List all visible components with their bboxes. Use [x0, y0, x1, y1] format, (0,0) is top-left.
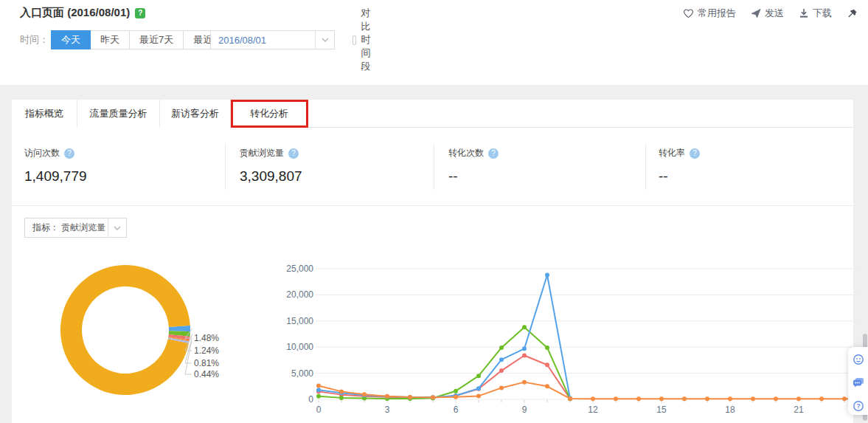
date-select[interactable]: 2016/08/01	[210, 30, 335, 49]
metric-visits-label: 访问次数	[24, 147, 60, 159]
divider	[225, 144, 226, 190]
header-actions: 常用报告 发送 下载	[683, 7, 858, 20]
send-icon	[751, 8, 761, 18]
donut-chart: 1.48%1.24%0.81%0.44%	[37, 255, 265, 421]
help-icon[interactable]: ?	[488, 148, 499, 159]
download-button[interactable]: 下载	[799, 7, 832, 20]
time-option-today[interactable]: 今天	[51, 30, 91, 49]
svg-text:12: 12	[588, 405, 598, 415]
svg-text:18: 18	[725, 405, 735, 415]
entry-page-report: 入口页面 (2016/08/01) ? 常用报告 发送 下载 时间：	[0, 0, 868, 423]
svg-text:15: 15	[656, 405, 667, 415]
customer-service-icon[interactable]	[853, 354, 864, 365]
indicator-select-value: 指标： 贡献浏览量	[25, 221, 108, 234]
help-circle-icon[interactable]: ?	[853, 400, 864, 412]
header: 入口页面 (2016/08/01) ? 常用报告 发送 下载 时间：	[0, 0, 868, 85]
svg-text:10,000: 10,000	[286, 342, 313, 352]
svg-text:9: 9	[522, 405, 527, 415]
series-red	[319, 356, 570, 399]
chevron-down-icon	[108, 219, 126, 237]
svg-text:15,000: 15,000	[286, 316, 313, 326]
metric-conversions-value: --	[448, 168, 458, 185]
svg-text:3: 3	[385, 405, 390, 415]
divider	[12, 205, 853, 206]
help-icon[interactable]: ?	[288, 148, 299, 159]
svg-text:21: 21	[794, 405, 804, 415]
divider	[645, 144, 646, 190]
metrics-row: 访问次数? 1,409,779 贡献浏览量? 3,309,807 转化次数? -…	[12, 128, 853, 205]
tab-traffic-quality[interactable]: 流量质量分析	[77, 100, 160, 128]
metric-conversion-rate-label: 转化率	[659, 147, 685, 159]
svg-text:0: 0	[316, 405, 322, 415]
metric-contributed-pageviews-label: 贡献浏览量	[240, 147, 284, 159]
svg-text:?: ?	[856, 402, 861, 410]
heart-icon	[683, 8, 694, 18]
date-select-value: 2016/08/01	[211, 35, 315, 46]
metric-contributed-pageviews-value: 3,309,807	[240, 168, 302, 185]
svg-text:5,000: 5,000	[291, 368, 313, 379]
series-blue	[319, 275, 570, 398]
series-green	[319, 327, 570, 399]
send-button[interactable]: 发送	[751, 7, 784, 20]
download-label: 下载	[813, 7, 832, 20]
divider	[434, 144, 434, 190]
tab-bar: 指标概览 流量质量分析 新访客分析 转化分析	[12, 100, 853, 128]
svg-text:1.24%: 1.24%	[194, 345, 219, 356]
title-row: 入口页面 (2016/08/01) ?	[20, 6, 145, 20]
time-filter: 时间： 今天 昨天 最近7天 最近30天 2016/08/01 对比时间段	[20, 30, 243, 49]
floating-toolbar: ?	[848, 347, 868, 415]
favorite-report-label: 常用报告	[698, 7, 736, 20]
line-chart: 05,00010,00015,00020,00025,0000369121518…	[282, 257, 868, 421]
svg-text:0.44%: 0.44%	[194, 369, 219, 379]
time-option-yesterday[interactable]: 昨天	[90, 30, 130, 49]
page-title: 入口页面 (2016/08/01)	[20, 6, 130, 20]
title-help-icon[interactable]: ?	[135, 8, 145, 18]
tab-conversion-analysis[interactable]: 转化分析	[231, 100, 308, 128]
pin-button[interactable]	[847, 8, 858, 19]
tab-new-visitors[interactable]: 新访客分析	[160, 100, 231, 128]
svg-text:1.48%: 1.48%	[194, 333, 219, 343]
help-icon[interactable]: ?	[690, 148, 700, 159]
time-filter-label: 时间：	[20, 33, 49, 47]
help-icon[interactable]: ?	[64, 148, 74, 159]
send-label: 发送	[765, 7, 784, 20]
pin-icon	[847, 8, 858, 19]
metric-visits-value: 1,409,779	[24, 168, 87, 185]
svg-text:25,000: 25,000	[286, 264, 313, 274]
report-panel: 指标概览 流量质量分析 新访客分析 转化分析 访问次数? 1,409,779 贡…	[12, 100, 853, 423]
series-orange	[319, 382, 857, 399]
metric-conversions-label: 转化次数	[448, 147, 484, 159]
compare-period-checkbox[interactable]: 对比时间段	[353, 30, 376, 49]
indicator-select[interactable]: 指标： 贡献浏览量	[24, 218, 127, 238]
download-icon	[799, 8, 809, 18]
tab-metrics-overview[interactable]: 指标概览	[12, 100, 77, 128]
svg-text:0.81%: 0.81%	[194, 358, 219, 368]
favorite-report-button[interactable]: 常用报告	[683, 7, 736, 20]
time-option-last7days[interactable]: 最近7天	[129, 30, 184, 49]
svg-text:20,000: 20,000	[286, 289, 313, 300]
chevron-down-icon	[315, 31, 334, 49]
checkbox-icon	[353, 35, 356, 45]
svg-text:6: 6	[454, 405, 459, 415]
compare-period-label: 对比时间段	[361, 7, 376, 73]
metric-conversion-rate-value: --	[659, 168, 668, 185]
content-background: 指标概览 流量质量分析 新访客分析 转化分析 访问次数? 1,409,779 贡…	[0, 85, 868, 423]
chat-icon[interactable]	[853, 376, 864, 388]
svg-text:0: 0	[308, 394, 313, 405]
